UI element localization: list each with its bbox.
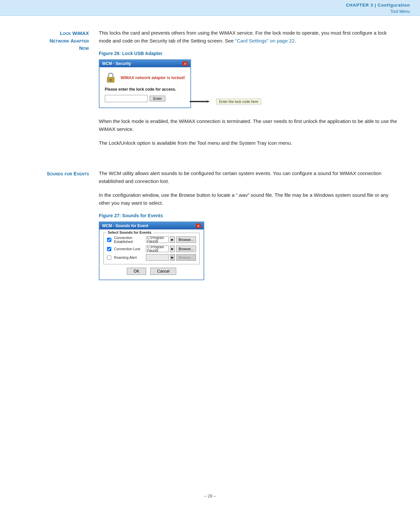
lock-section-body: This locks the card and prevents others … <box>99 29 400 153</box>
sounds-group: Select Sounds for Events Connection Esta… <box>103 233 200 264</box>
sounds-row1-path[interactable]: C:\Program Files\W <box>146 236 169 243</box>
sounds-section-label: Sounds for Events <box>20 169 99 280</box>
callout-arrow-icon <box>190 98 216 105</box>
lock-callout: Enter the lock code here <box>190 98 261 105</box>
page-header: CHAPTER 3 | Configuration Tool Menu <box>0 0 420 16</box>
sounds-dialog-close-button[interactable]: ✕ <box>196 223 201 228</box>
sounds-dialog: WCM - Sounds for Event ✕ Select Sounds f… <box>99 222 204 280</box>
lock-input-row: Enter <box>105 95 185 102</box>
lock-para1: This locks the card and prevents others … <box>99 29 400 45</box>
main-content: Lock WiMAX Network Adapter Now This lock… <box>0 16 420 316</box>
lock-dialog-close-button[interactable]: ✕ <box>182 61 188 66</box>
sounds-row2-browse-button[interactable]: Browse... <box>176 246 196 252</box>
page-number: – 28 – <box>204 493 216 498</box>
lock-icon <box>105 72 117 84</box>
card-settings-link[interactable]: "Card Settings" on page 22 <box>235 38 295 44</box>
lock-enter-msg: Please enter the lock code for access. <box>105 87 185 92</box>
sounds-section: Sounds for Events The WCM utility allows… <box>20 169 400 280</box>
chapter-label: CHAPTER 3 | Configuration <box>346 2 410 8</box>
sounds-row3-label: Roaming Alert <box>114 255 145 259</box>
sounds-row3-checkbox[interactable] <box>107 255 111 260</box>
sounds-row-2: Connection Lost C:\Program Files\W ▶ Bro… <box>107 246 196 252</box>
svg-point-2 <box>110 79 111 80</box>
sounds-cancel-button[interactable]: Cancel <box>150 268 176 275</box>
sounds-dialog-body: Select Sounds for Events Connection Esta… <box>99 229 204 280</box>
sounds-row2-label: Connection Lost <box>114 247 145 251</box>
lock-title-line3: Now <box>20 45 89 52</box>
page-footer: – 28 – <box>0 493 420 498</box>
header-text: CHAPTER 3 | Configuration Tool Menu <box>346 2 410 14</box>
svg-marker-3 <box>190 99 210 104</box>
chapter-prefix: CHAPTER 3 <box>346 3 373 8</box>
lock-enter-button[interactable]: Enter <box>150 96 165 102</box>
lock-figure-title: Figure 26: Lock USB Adapter <box>99 51 400 56</box>
lock-section-title: Lock WiMAX Network Adapter Now <box>20 30 89 52</box>
lock-status-row: WiMAX network adapter is locked! <box>105 72 185 84</box>
sounds-titlebar: WCM - Sounds for Event ✕ <box>99 222 204 229</box>
lock-dialog-titlebar: WCM - Security ✕ <box>99 60 190 67</box>
sounds-row1-label: Connection Established <box>114 236 145 244</box>
header-line2: Tool Menu <box>346 9 410 15</box>
sounds-row1-arrow-button[interactable]: ▶ <box>170 236 175 243</box>
sounds-button-row: OK Cancel <box>103 268 200 275</box>
lock-code-input[interactable] <box>105 95 148 102</box>
sounds-section-title: Sounds for Events <box>20 170 89 178</box>
lock-dialog-title: WCM - Security <box>102 61 131 66</box>
sounds-row3-browse-button[interactable]: Browse... <box>176 254 196 261</box>
lock-status-text: WiMAX network adapter is locked! <box>121 75 185 80</box>
header-line1: Configuration <box>378 3 410 8</box>
sounds-section-body: The WCM utility allows alert sounds to b… <box>99 169 400 280</box>
sounds-row-3: Roaming Alert ▶ Browse... <box>107 254 196 261</box>
lock-para2: When the lock mode is enabled, the WiMAX… <box>99 117 400 133</box>
sounds-row1-browse-button[interactable]: Browse... <box>176 236 196 243</box>
sounds-para2: In the configuration window, use the Bro… <box>99 191 400 207</box>
sounds-row-1: Connection Established C:\Program Files\… <box>107 236 196 244</box>
lock-title-line1: Lock WiMAX <box>20 30 89 37</box>
lock-dialog: WCM - Security ✕ WiMAX net <box>99 59 191 108</box>
sounds-row1-checkbox[interactable] <box>107 238 111 242</box>
sounds-group-label: Select Sounds for Events <box>106 230 153 234</box>
sounds-dialog-title: WCM - Sounds for Event <box>102 223 148 228</box>
header-separator: | <box>373 3 378 8</box>
sounds-figure-title: Figure 27: Sounds for Events <box>99 213 400 218</box>
lock-section-label: Lock WiMAX Network Adapter Now <box>20 29 99 153</box>
sounds-para1: The WCM utility allows alert sounds to b… <box>99 169 400 185</box>
sounds-row3-path[interactable] <box>146 254 169 261</box>
sounds-row2-path[interactable]: C:\Program Files\W <box>146 246 169 252</box>
sounds-ok-button[interactable]: OK <box>127 268 146 275</box>
sounds-row2-checkbox[interactable] <box>107 247 111 251</box>
lock-dialog-body: WiMAX network adapter is locked! Please … <box>99 67 190 107</box>
lock-section: Lock WiMAX Network Adapter Now This lock… <box>20 29 400 153</box>
sounds-row3-arrow-button[interactable]: ▶ <box>170 254 175 261</box>
lock-para3: The Lock/Unlock option is available from… <box>99 139 400 147</box>
sounds-row2-arrow-button[interactable]: ▶ <box>170 246 175 252</box>
callout-label: Enter the lock code here <box>216 99 261 104</box>
lock-title-line2: Network Adapter <box>20 37 89 45</box>
lock-figure-container: WCM - Security ✕ WiMAX net <box>99 59 400 108</box>
